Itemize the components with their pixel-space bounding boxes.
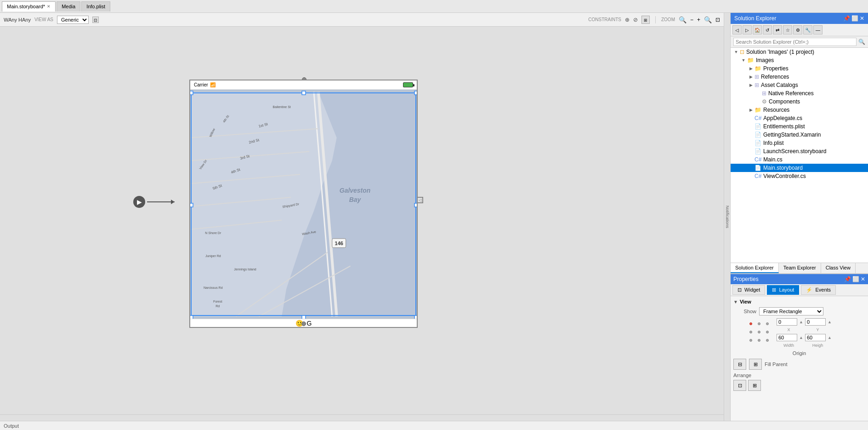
y-input[interactable] — [805, 318, 826, 326]
se-toolbar: ◁ ▷ 🏠 ↺ ⇄ ☆ ⚙ 🔧 — — [731, 24, 868, 36]
notifications-handle[interactable]: Notifications — [724, 13, 730, 421]
tree-item-resources[interactable]: ▶ 📁 Resources — [731, 106, 868, 114]
show-select[interactable]: Frame Rectangle — [759, 307, 823, 315]
h-scrollbar[interactable] — [0, 414, 724, 421]
se-btn-back[interactable]: ◁ — [732, 25, 742, 34]
cs-icon: C# — [755, 115, 761, 121]
view-as-icon[interactable]: ⊡ — [92, 17, 99, 23]
tab-media[interactable]: Media — [57, 1, 80, 11]
expand-icon[interactable]: ▼ — [740, 58, 747, 63]
expand-icon[interactable]: ▶ — [747, 66, 755, 71]
se-btn-home[interactable]: 🏠 — [753, 25, 762, 34]
status-label: Output — [4, 423, 19, 429]
fill-v-btn[interactable]: ⊞ — [749, 359, 762, 370]
tab-team-explorer[interactable]: Team Explorer — [779, 263, 821, 273]
y-spin-up[interactable]: ▲ — [828, 320, 832, 324]
anchor-bc[interactable] — [755, 337, 763, 344]
toolbar: WAny HAny VIEW AS Generic ⊡ CONSTRAINTS … — [0, 13, 724, 27]
props-title: Properties — [733, 276, 759, 282]
w-spin-up[interactable]: ▲ — [799, 335, 803, 340]
tree-item-getting-started[interactable]: ▶ 📄 GettingStarted.Xamarin — [731, 131, 868, 139]
se-btn-wrench[interactable]: 🔧 — [803, 25, 812, 34]
tab-events[interactable]: ⚡ Events — [801, 285, 836, 295]
svg-rect-39 — [190, 315, 193, 319]
tab-widget[interactable]: ⊡ Widget — [732, 285, 765, 295]
width-input[interactable] — [777, 334, 797, 341]
svg-text:Bay: Bay — [349, 196, 362, 203]
tree-item-references[interactable]: ▶ ⊞ References — [731, 73, 868, 81]
anchor-mc[interactable] — [755, 328, 763, 336]
fill-parent-row: ⊟ ⊞ Fill Parent — [733, 359, 865, 370]
tree-item-components[interactable]: ▶ ⚙ Components — [731, 97, 868, 106]
tree-item-main-cs[interactable]: ▶ C# Main.cs — [731, 155, 868, 164]
anchor-tc[interactable] — [755, 320, 763, 327]
se-pin-icon[interactable]: 📌 — [843, 15, 850, 22]
x-input[interactable] — [777, 318, 797, 326]
expand-icon[interactable]: ▼ — [732, 50, 740, 54]
expand-icon[interactable]: ▶ — [747, 83, 755, 87]
tree-item-info-plist[interactable]: ▶ 📄 Info.plist — [731, 139, 868, 147]
tree-item-solution[interactable]: ▼ ⊡ Solution 'Images' (1 project) — [731, 48, 868, 56]
se-search-input[interactable] — [733, 38, 857, 46]
tab-layout[interactable]: ⊞ Layout — [767, 285, 799, 295]
props-pin-icon[interactable]: 📌 — [844, 276, 851, 282]
x-spin-up[interactable]: ▲ — [799, 320, 803, 324]
tab-close-icon[interactable]: ✕ — [47, 4, 51, 9]
anchor-tl[interactable] — [747, 320, 755, 327]
tree-item-launchscreen[interactable]: ▶ 📄 LaunchScreen.storyboard — [731, 147, 868, 155]
height-input[interactable] — [805, 334, 826, 341]
tree-item-native-references[interactable]: ▶ ⊞ Native References — [731, 89, 868, 97]
se-btn-refresh[interactable]: ↺ — [763, 25, 772, 34]
se-close-icon[interactable]: ✕ — [860, 15, 864, 22]
zoom-in-icon[interactable]: 🔍 — [704, 16, 712, 23]
tab-class-view[interactable]: Class View — [821, 263, 856, 273]
anchor-tr[interactable] — [764, 320, 771, 327]
tree-item-entitlements[interactable]: ▶ 📄 Entitlements.plist — [731, 122, 868, 131]
iphone-frame[interactable]: Carrier 📶 — [189, 80, 418, 328]
se-btn-gear[interactable]: ⚙ — [793, 25, 802, 34]
props-close-icon[interactable]: ✕ — [861, 276, 865, 282]
tree-item-images[interactable]: ▼ 📁 Images — [731, 56, 868, 64]
tab-solution-explorer[interactable]: Solution Explorer — [731, 263, 779, 273]
se-btn-sync[interactable]: ⇄ — [773, 25, 782, 34]
arrange-btn2[interactable]: ⊞ — [748, 380, 761, 391]
constraints-icon[interactable]: ⊞ — [641, 16, 650, 24]
se-btn-forward[interactable]: ▷ — [743, 25, 752, 34]
constraints-btn2[interactable]: ⊘ — [633, 17, 638, 23]
storyboard2-icon: 📄 — [755, 165, 761, 171]
expand-icon[interactable]: ▶ — [747, 108, 755, 112]
anchor-bl[interactable] — [747, 337, 755, 344]
storyboard-canvas[interactable]: ▶ ◁ Carrier 📶 — [0, 27, 724, 414]
se-search-icon[interactable]: 🔍 — [858, 39, 865, 45]
se-btn-star[interactable]: ☆ — [783, 25, 792, 34]
expand-icon[interactable]: ▶ — [747, 75, 755, 79]
tab-info-plist[interactable]: Info.plist — [81, 1, 110, 11]
zoom-minus-icon[interactable]: − — [690, 17, 693, 23]
se-maximize-icon[interactable]: ⬜ — [851, 15, 858, 22]
se-btn-dash[interactable]: — — [813, 25, 823, 34]
wh-labels: Width Heigh — [777, 343, 832, 348]
tab-main-storyboard[interactable]: Main.storyboard* ✕ — [2, 1, 56, 11]
layout-icon: ⊞ — [772, 287, 776, 292]
cs2-icon: C# — [755, 156, 761, 163]
anchor-ml[interactable] — [747, 328, 755, 336]
asset-catalogs-label: Asset Catalogs — [761, 82, 798, 88]
tree-item-appdelegate[interactable]: ▶ C# AppDelegate.cs — [731, 114, 868, 122]
zoom-fit-icon[interactable]: ⊡ — [715, 17, 720, 23]
tree-item-asset-catalogs[interactable]: ▶ ⊞ Asset Catalogs — [731, 81, 868, 89]
view-as-select[interactable]: Generic — [57, 16, 89, 24]
zoom-out-icon[interactable]: 🔍 — [679, 16, 686, 23]
tree-item-properties[interactable]: ▶ 📁 Properties — [731, 64, 868, 73]
tree-item-main-storyboard[interactable]: ▶ 📄 Main.storyboard — [731, 164, 868, 172]
h-spin-up[interactable]: ▲ — [828, 335, 832, 340]
props-content: ▼ View Show Frame Rectangle — [731, 296, 868, 421]
properties-label: Properties — [763, 65, 789, 72]
anchor-br[interactable] — [764, 337, 771, 344]
arrange-btn1[interactable]: ⊡ — [733, 380, 746, 391]
fill-h-btn[interactable]: ⊟ — [733, 359, 746, 370]
tree-item-viewcontroller[interactable]: ▶ C# ViewController.cs — [731, 172, 868, 180]
anchor-mr[interactable] — [764, 328, 771, 336]
props-maximize-icon[interactable]: ⬜ — [852, 276, 859, 282]
constraints-btn[interactable]: ⊕ — [625, 17, 630, 23]
zoom-plus-icon[interactable]: + — [697, 17, 700, 23]
